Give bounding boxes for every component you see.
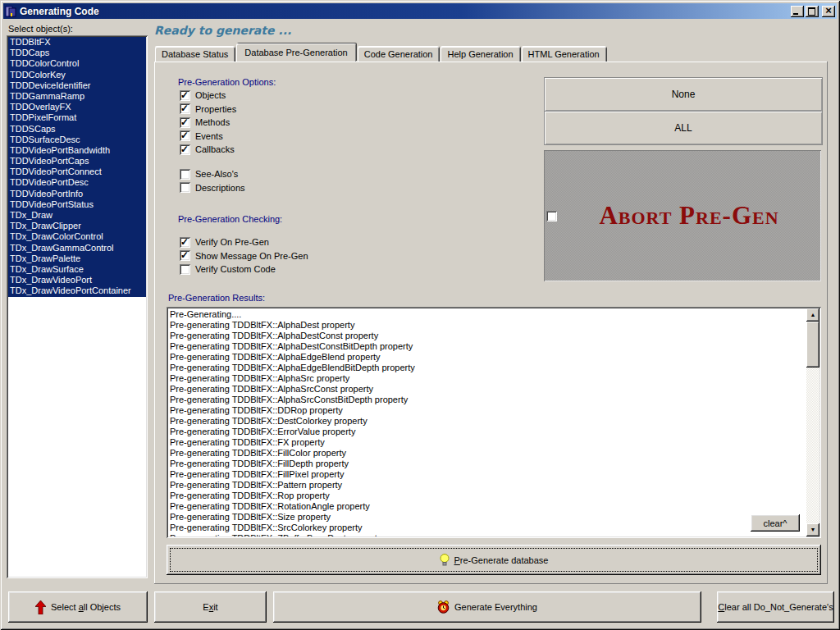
tab-database-status[interactable]: Database Status (155, 47, 235, 62)
object-list-item[interactable]: TDDVideoPortBandwidth (8, 145, 146, 156)
result-line: Pre-generating TDDBltFX::AlphaSrc proper… (170, 373, 805, 384)
checkbox-callbacks[interactable]: Callbacks (180, 143, 236, 157)
object-listbox[interactable]: TDDBltFXTDDCapsTDDColorControlTDDColorKe… (7, 35, 148, 578)
checkbox-events[interactable]: Events (180, 130, 236, 144)
titlebar[interactable]: Generating Code (3, 3, 837, 19)
checkbox-box[interactable] (180, 130, 190, 141)
results-title: Pre-Generation Results: (168, 293, 265, 303)
maximize-icon[interactable] (806, 6, 819, 17)
result-line: Pre-generating TDDBltFX::AlphaDest prope… (170, 320, 805, 331)
checkbox-label: Properties (195, 104, 236, 114)
object-list-item[interactable]: TDDColorKey (8, 70, 146, 80)
object-list-item[interactable]: TDDBltFX (8, 37, 146, 48)
checkbox-box[interactable] (180, 169, 190, 180)
checkbox-label: Events (195, 131, 223, 141)
alarm-clock-icon (437, 600, 450, 614)
object-list-item[interactable]: TDDVideoPortConnect (8, 167, 146, 177)
result-line: Pre-generating TDDBltFX::FillColor prope… (170, 448, 805, 459)
object-list-item[interactable]: TDDSurfaceDesc (8, 135, 146, 145)
close-icon[interactable] (822, 6, 835, 17)
scroll-down-icon[interactable] (806, 523, 819, 536)
exit-label: Exit (203, 602, 217, 612)
object-list-item[interactable]: TDx_DrawGammaControl (8, 243, 146, 253)
scroll-thumb[interactable] (806, 322, 819, 368)
object-list-item[interactable]: TDx_DrawColorControl (8, 231, 146, 242)
checkbox-methods[interactable]: Methods (180, 116, 236, 130)
checkbox-box[interactable] (180, 103, 190, 114)
object-list-item[interactable]: TDDGammaRamp (8, 91, 146, 102)
result-line: Pre-generating TDDBltFX::Rop property (170, 491, 805, 501)
result-line: Pre-generating TDDBltFX::Pattern propert… (170, 480, 805, 491)
object-list-item[interactable]: TDDVideoPortInfo (8, 189, 146, 199)
checkbox-box[interactable] (180, 90, 190, 101)
results-scrollbar[interactable] (806, 308, 819, 536)
object-list-item[interactable]: TDDVideoPortStatus (8, 199, 146, 210)
object-list-item[interactable]: TDDVideoPortCaps (8, 156, 146, 167)
checkbox-objects[interactable]: Objects (180, 89, 236, 103)
checkbox-box[interactable] (180, 182, 190, 193)
object-list-item[interactable]: TDDSCaps (8, 124, 146, 135)
object-list-item[interactable]: TDx_DrawPalette (8, 253, 146, 264)
result-line: Pre-generating TDDBltFX::AlphaSrcConstBi… (170, 395, 805, 405)
object-list-item[interactable]: TDx_Draw (8, 210, 146, 221)
object-list-item[interactable]: TDDOverlayFX (8, 102, 146, 112)
window-title: Generating Code (20, 6, 789, 17)
checkbox-verify-custom-code[interactable]: Verify Custom Code (180, 262, 308, 276)
clear-all-do-not-generates-button[interactable]: Clear all Do_Not_Generate's (717, 591, 834, 623)
checkbox-label: Methods (195, 117, 230, 127)
object-list-item[interactable]: TDx_DrawVideoPortContainer (8, 285, 146, 296)
checkbox-label: Show Message On Pre-Gen (195, 251, 308, 261)
checkbox-label: See-Also's (195, 169, 238, 179)
checkbox-label: Verify Custom Code (195, 264, 276, 274)
tab-database-pre-generation[interactable]: Database Pre-Generation (236, 43, 355, 62)
checkbox-box[interactable] (180, 237, 190, 248)
results-listbox[interactable]: Pre-Generating....Pre-generating TDDBltF… (167, 307, 821, 538)
checkbox-show-message-on-pre-gen[interactable]: Show Message On Pre-Gen (180, 249, 308, 263)
all-button[interactable]: ALL (545, 111, 822, 144)
checkbox-label: Verify On Pre-Gen (195, 237, 269, 247)
pregen-options-group: ObjectsPropertiesMethodsEventsCallbacks (180, 89, 236, 157)
checkbox-see-also-s[interactable]: See-Also's (180, 167, 245, 181)
checkbox-box[interactable] (180, 264, 190, 275)
up-arrow-icon (35, 600, 46, 614)
pre-generate-database-button[interactable]: Pre-Generate database (167, 545, 821, 575)
object-list-item[interactable]: TDDCaps (8, 48, 146, 58)
exit-button[interactable]: Exit (154, 591, 267, 623)
app-icon (5, 6, 16, 17)
object-list-item[interactable]: TDDVideoPortDesc (8, 177, 146, 188)
select-all-objects-button[interactable]: Select all Objects (8, 591, 148, 623)
minimize-icon[interactable] (791, 6, 804, 17)
object-list-item[interactable]: TDx_DrawVideoPort (8, 275, 146, 285)
result-line: Pre-generating TDDBltFX::AlphaDestConst … (170, 331, 805, 341)
tab-code-generation[interactable]: Code Generation (358, 47, 440, 62)
checkbox-label: Descriptions (195, 183, 245, 193)
checkbox-box[interactable] (180, 250, 190, 261)
status-text: Ready to generate ... (154, 24, 291, 37)
clear-button[interactable]: clear^ (751, 514, 800, 532)
object-list-item[interactable]: TDDPixelFormat (8, 112, 146, 123)
tab-html-generation[interactable]: HTML Generation (522, 47, 606, 62)
checkbox-properties[interactable]: Properties (180, 103, 236, 116)
pregen-options-extra-group: See-Also'sDescriptions (180, 167, 245, 194)
tab-help-generation[interactable]: Help Generation (441, 47, 519, 62)
object-list-item[interactable]: TDx_DrawClipper (8, 221, 146, 231)
checkbox-box[interactable] (180, 144, 190, 155)
object-list-item[interactable]: TDDDeviceIdentifier (8, 80, 146, 91)
result-line: Pre-generating TDDBltFX::FillDepth prope… (170, 459, 805, 469)
result-line: Pre-generating TDDBltFX::FillPixel prope… (170, 469, 805, 480)
checkbox-verify-on-pre-gen[interactable]: Verify On Pre-Gen (180, 235, 308, 249)
scroll-up-icon[interactable] (806, 308, 819, 322)
pregen-checking-title: Pre-Generation Checking: (178, 214, 282, 224)
checkbox-descriptions[interactable]: Descriptions (180, 181, 245, 195)
generate-everything-button[interactable]: Generate Everything (273, 591, 701, 623)
tab-strip: Database Status Database Pre-Generation … (155, 43, 608, 62)
checkbox-box[interactable] (180, 117, 190, 128)
result-line: Pre-generating TDDBltFX::Size property (170, 512, 805, 523)
select-objects-label: Select object(s): (8, 24, 73, 34)
tab-page-database-pre-generation: Pre-Generation Options: ObjectsPropertie… (154, 62, 828, 584)
abort-pre-gen-checkbox[interactable] (546, 211, 557, 221)
object-list-item[interactable]: TDx_DrawSurface (8, 264, 146, 275)
object-list-item[interactable]: TDDColorControl (8, 58, 146, 69)
result-line: Pre-generating TDDBltFX::AlphaSrcConst p… (170, 384, 805, 395)
none-button[interactable]: None (545, 78, 822, 111)
